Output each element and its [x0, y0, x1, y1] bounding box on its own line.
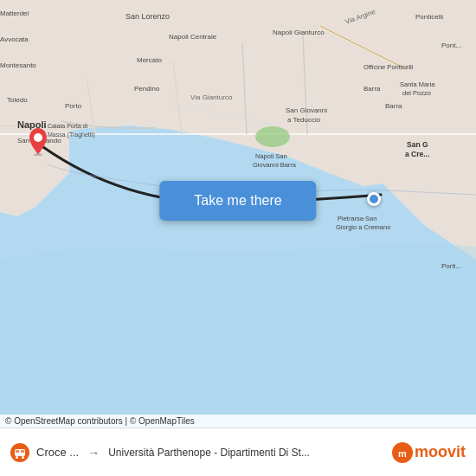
svg-text:Matterdel: Matterdel: [0, 10, 29, 17]
svg-text:Porti...: Porti...: [441, 262, 461, 270]
svg-text:a Cre...: a Cre...: [405, 150, 429, 158]
svg-text:del Pozzo: del Pozzo: [402, 89, 431, 97]
svg-text:Toledo: Toledo: [7, 96, 28, 104]
svg-text:Officine Ponticelli: Officine Ponticelli: [363, 63, 414, 71]
svg-text:a Teduccio: a Teduccio: [287, 116, 321, 124]
destination-dot: [367, 192, 381, 206]
route-to-label: Università Parthenope - Dipartimenti Di …: [108, 447, 382, 459]
svg-point-52: [16, 456, 18, 459]
svg-text:Pietrarsa·San: Pietrarsa·San: [338, 215, 376, 222]
transit-icon: [10, 443, 29, 462]
svg-text:Santa Maria: Santa Maria: [400, 80, 435, 88]
moovit-text: moovit: [415, 443, 466, 461]
svg-text:m: m: [398, 448, 407, 459]
svg-text:Porto: Porto: [65, 102, 82, 110]
svg-text:Barra: Barra: [363, 85, 381, 93]
svg-text:Pendino: Pendino: [134, 85, 160, 93]
svg-text:Giorgio a Cremano: Giorgio a Cremano: [336, 223, 390, 231]
svg-text:Napoli Gianturco: Napoli Gianturco: [273, 29, 325, 36]
svg-text:Via Gianturco: Via Gianturco: [190, 93, 233, 101]
svg-text:San Giovanni: San Giovanni: [286, 106, 327, 114]
svg-text:San Lorenzo: San Lorenzo: [125, 12, 170, 21]
svg-text:Napoli Centrale: Napoli Centrale: [169, 33, 217, 41]
route-from-label: Croce ...: [36, 446, 79, 459]
svg-text:San G: San G: [407, 140, 428, 149]
svg-rect-50: [16, 450, 19, 453]
svg-text:Ponticelli: Ponticelli: [415, 13, 443, 21]
svg-text:Calata Porta di: Calata Porta di: [48, 123, 88, 129]
svg-text:Pont...: Pont...: [441, 42, 461, 49]
moovit-logo: m moovit: [392, 442, 466, 463]
route-arrow-icon: →: [87, 446, 100, 460]
map-attribution: © OpenStreetMap contributors | © OpenMap…: [0, 415, 476, 428]
svg-rect-51: [21, 450, 24, 453]
take-me-there-button[interactable]: Take me there: [159, 181, 316, 221]
svg-point-47: [34, 133, 42, 142]
svg-text:Avvocata: Avvocata: [0, 35, 29, 43]
svg-text:Napoli San: Napoli San: [255, 152, 287, 160]
svg-text:Mercato: Mercato: [137, 56, 162, 64]
bottom-bar: Croce ... → Università Parthenope - Dipa…: [0, 428, 476, 476]
svg-point-53: [22, 456, 24, 459]
svg-text:Barra: Barra: [385, 102, 402, 110]
svg-text:Montesanto: Montesanto: [0, 61, 36, 69]
moovit-logo-icon: m: [392, 442, 413, 463]
origin-marker: [28, 128, 48, 159]
map-container: San Lorenzo Napoli Centrale Napoli Giant…: [0, 0, 476, 428]
svg-text:Giovanni·Barra: Giovanni·Barra: [253, 161, 297, 169]
app: San Lorenzo Napoli Centrale Napoli Giant…: [0, 0, 476, 476]
svg-point-8: [255, 126, 290, 147]
